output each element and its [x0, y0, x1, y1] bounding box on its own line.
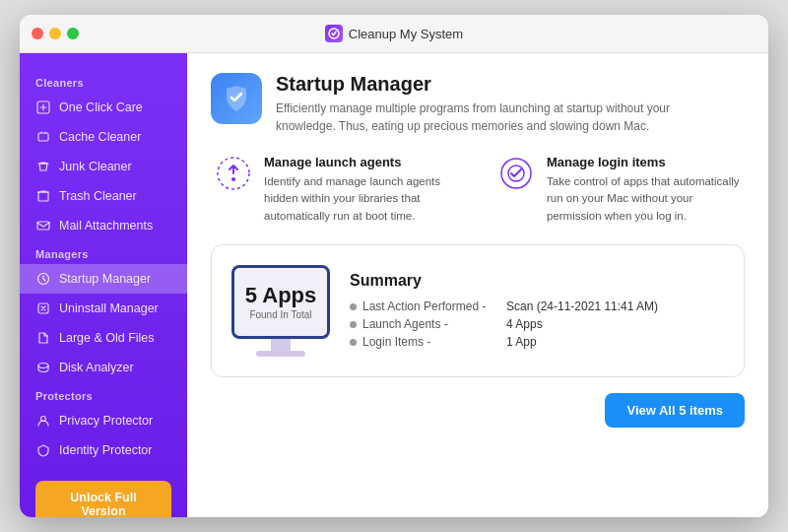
summary-dot-3 [350, 339, 357, 346]
unlock-button[interactable]: Unlock Full Version [35, 481, 171, 517]
feature1-title: Manage launch agents [264, 155, 458, 169]
features-row: Manage launch agents Identify and manage… [211, 155, 745, 225]
identity-icon [35, 442, 51, 458]
summary-card: 5 Apps Found In Total Summary Last Actio… [211, 244, 745, 377]
app-icon [325, 25, 343, 42]
summary-rows: Last Action Performed - Scan (24-11-2021… [350, 299, 724, 349]
summary-row3-value: 1 App [506, 335, 537, 349]
summary-row2-label: Launch Agents - [362, 317, 500, 331]
panel-header: Startup Manager Efficiently manage multi… [211, 73, 745, 135]
sidebar-item-privacy-protector[interactable]: Privacy Protector [20, 406, 187, 435]
files-icon [35, 330, 51, 346]
sidebar-item-cache-cleaner[interactable]: Cache Cleaner [20, 122, 187, 152]
sidebar-item-mail-attachments[interactable]: Mail Attachments [20, 211, 187, 240]
main-content: Cleaners One Click Care Cache Cleaner [20, 53, 768, 517]
sidebar-item-label: Identity Protector [59, 443, 153, 457]
panel-footer: View All 5 items [211, 393, 745, 428]
sidebar-item-label: One Click Care [59, 100, 143, 114]
view-all-button[interactable]: View All 5 items [605, 393, 745, 428]
sidebar-item-label: Trash Cleaner [59, 189, 137, 203]
mail-icon [35, 218, 51, 233]
svg-point-7 [38, 364, 48, 368]
title-bar-center: Cleanup My System [325, 25, 463, 42]
sidebar-item-label: Startup Manager [59, 272, 151, 286]
window-controls [32, 28, 79, 39]
panel-icon [211, 73, 262, 124]
sidebar-item-startup-manager[interactable]: Startup Manager [20, 264, 187, 294]
login-items-icon [497, 155, 535, 192]
privacy-icon [35, 413, 51, 429]
feature2-description: Take control of apps that automatically … [547, 173, 741, 225]
feature-login-items: Manage login items Take control of apps … [497, 155, 741, 225]
fullscreen-button[interactable] [67, 28, 79, 39]
protectors-section-label: Protectors [20, 382, 187, 406]
summary-row3-label: Login Items - [362, 335, 500, 349]
startup-icon [35, 271, 51, 287]
panel-header-text: Startup Manager Efficiently manage multi… [276, 73, 729, 135]
panel-description: Efficiently manage multiple programs fro… [276, 100, 729, 135]
sidebar-item-trash-cleaner[interactable]: Trash Cleaner [20, 181, 187, 211]
managers-section-label: Managers [20, 240, 187, 264]
app-title: Cleanup My System [349, 27, 463, 41]
summary-row-2: Launch Agents - 4 Apps [350, 317, 724, 331]
disk-icon [35, 360, 51, 375]
sidebar-item-label: Large & Old Files [59, 331, 155, 345]
panel-title: Startup Manager [276, 73, 729, 96]
main-panel: Startup Manager Efficiently manage multi… [187, 53, 768, 517]
summary-row1-value: Scan (24-11-2021 11:41 AM) [506, 299, 658, 313]
one-click-care-icon [35, 100, 51, 115]
summary-count-label: Found In Total [249, 308, 311, 321]
svg-rect-2 [38, 133, 48, 141]
cache-cleaner-icon [35, 129, 51, 145]
summary-count: 5 Apps [245, 283, 317, 308]
feature-login-items-text: Manage login items Take control of apps … [547, 155, 741, 225]
sidebar-item-label: Disk Analyzer [59, 361, 134, 374]
minimize-button[interactable] [49, 28, 61, 39]
summary-dot-1 [350, 303, 357, 310]
svg-rect-3 [38, 192, 48, 201]
title-bar: Cleanup My System [20, 15, 768, 53]
monitor-graphic: 5 Apps Found In Total [231, 265, 330, 357]
summary-dot-2 [350, 321, 357, 328]
monitor-screen: 5 Apps Found In Total [231, 265, 330, 339]
sidebar-item-label: Cache Cleaner [59, 130, 141, 144]
summary-title: Summary [350, 272, 724, 290]
feature-launch-agents-text: Manage launch agents Identify and manage… [264, 155, 458, 225]
sidebar-item-large-old-files[interactable]: Large & Old Files [20, 323, 187, 353]
summary-row-1: Last Action Performed - Scan (24-11-2021… [350, 299, 724, 313]
sidebar-item-junk-cleaner[interactable]: Junk Cleaner [20, 152, 187, 181]
uninstall-icon [35, 300, 51, 316]
sidebar-item-identity-protector[interactable]: Identity Protector [20, 435, 187, 465]
junk-cleaner-icon [35, 159, 51, 174]
sidebar-item-uninstall-manager[interactable]: Uninstall Manager [20, 294, 187, 323]
sidebar-item-label: Privacy Protector [59, 414, 153, 428]
launch-agents-icon [215, 155, 252, 192]
sidebar-item-label: Uninstall Manager [59, 301, 159, 315]
summary-row-3: Login Items - 1 App [350, 335, 724, 349]
summary-row1-label: Last Action Performed - [362, 299, 500, 313]
close-button[interactable] [32, 28, 43, 39]
sidebar-item-disk-analyzer[interactable]: Disk Analyzer [20, 353, 187, 382]
feature-launch-agents: Manage launch agents Identify and manage… [215, 155, 458, 225]
monitor-stand-base [256, 351, 305, 357]
sidebar-item-one-click-care[interactable]: One Click Care [20, 93, 187, 122]
svg-point-10 [231, 177, 235, 181]
app-window: Cleanup My System Cleaners One Click Car… [20, 15, 768, 517]
feature1-description: Identify and manage launch agents hidden… [264, 173, 458, 225]
monitor-stand-neck [271, 339, 291, 351]
feature2-title: Manage login items [547, 155, 741, 169]
trash-cleaner-icon [35, 188, 51, 204]
summary-info: Summary Last Action Performed - Scan (24… [350, 272, 724, 349]
sidebar: Cleaners One Click Care Cache Cleaner [20, 53, 187, 517]
cleaners-section-label: Cleaners [20, 69, 187, 93]
svg-rect-4 [37, 222, 49, 230]
sidebar-item-label: Junk Cleaner [59, 160, 132, 173]
summary-row2-value: 4 Apps [506, 317, 543, 331]
sidebar-item-label: Mail Attachments [59, 219, 153, 233]
sidebar-bottom: Unlock Full Version [20, 465, 187, 517]
